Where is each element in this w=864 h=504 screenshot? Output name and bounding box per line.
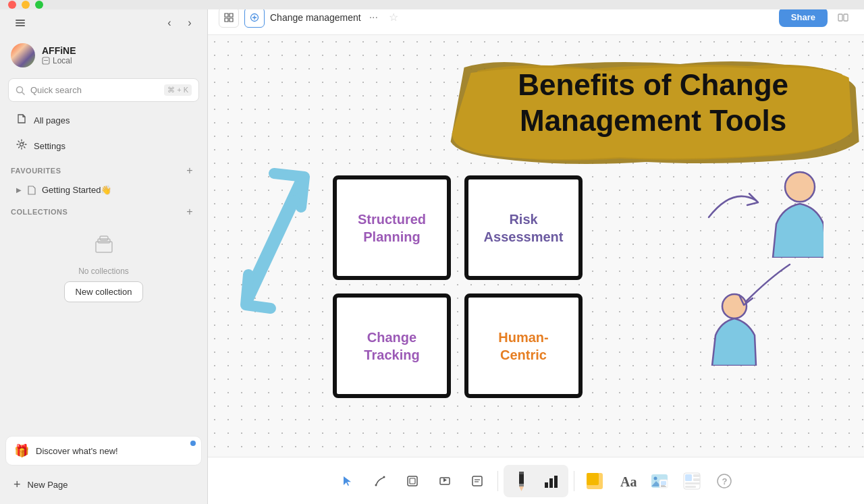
main-content: Change management ··· ☆ Share Benefits o… [208, 0, 864, 504]
gift-icon: 🎁 [14, 443, 29, 458]
pen-tool-button[interactable] [365, 466, 395, 496]
no-collections-text: No collections [78, 267, 129, 276]
help-icon: ? [717, 474, 732, 488]
maximize-button[interactable] [35, 1, 43, 9]
sidebar-bottom: 🎁 Discover what's new! + New Page [0, 430, 207, 504]
svg-rect-31 [545, 482, 548, 488]
left-arrow [736, 258, 796, 314]
nav-item-settings[interactable]: Settings [5, 134, 202, 158]
new-page-button[interactable]: + New Page [5, 471, 202, 499]
bottom-toolbar: Aa [208, 457, 864, 504]
share-button[interactable]: Share [779, 7, 828, 27]
select-tool-button[interactable] [333, 466, 362, 496]
more-options-button[interactable]: ··· [367, 9, 381, 26]
page-icon [27, 186, 36, 195]
card-change-tracking-text: Change Tracking [348, 329, 436, 364]
fav-chevron-icon: ▶ [16, 186, 22, 194]
svg-point-38 [654, 476, 657, 480]
avatar [11, 43, 35, 67]
title-banner: Benefits of Change Management Tools [444, 54, 863, 175]
svg-line-15 [247, 200, 294, 302]
page-view-button[interactable] [219, 7, 239, 28]
svg-rect-45 [693, 474, 700, 477]
card-change-tracking: Change Tracking [333, 293, 451, 398]
nav-item-all-pages[interactable]: All pages [5, 108, 202, 132]
stack-icon [92, 232, 116, 256]
svg-marker-28 [519, 486, 524, 491]
frame-tool-button[interactable] [398, 466, 427, 496]
discover-text: Discover what's new! [36, 446, 118, 456]
right-arrow [705, 184, 759, 227]
svg-rect-48 [685, 486, 696, 488]
svg-point-16 [785, 172, 815, 202]
left-arrow-svg [736, 258, 796, 312]
svg-point-18 [383, 476, 385, 478]
banner-title-line2: Management Tools [478, 103, 829, 139]
collections-empty-icon [92, 232, 116, 261]
embed-tool-button[interactable] [430, 466, 460, 496]
svg-rect-24 [473, 476, 482, 486]
add-collection-button[interactable]: + [183, 205, 196, 219]
search-bar[interactable]: Quick search ⌘ + K [8, 78, 199, 102]
select-icon [342, 475, 354, 487]
note-icon [471, 475, 483, 487]
help-button[interactable]: ? [709, 466, 739, 496]
bar-chart-icon [543, 473, 558, 489]
all-pages-label: All pages [34, 115, 70, 125]
new-page-label: New Page [28, 480, 68, 490]
collections-empty-state: No collections New collection [0, 221, 207, 313]
svg-marker-23 [443, 478, 447, 482]
image-icon [650, 472, 669, 491]
workspace-icon [42, 57, 50, 65]
discover-button[interactable]: 🎁 Discover what's new! [5, 436, 202, 466]
collections-section-header: Collections + [0, 200, 207, 221]
nav-back-button[interactable]: ‹ [160, 13, 179, 32]
text-tool-button[interactable]: Aa [612, 466, 642, 496]
shapes-tool-button[interactable] [580, 466, 610, 496]
user-info: AFFiNE Local [42, 45, 76, 65]
pencil-group [504, 465, 568, 497]
template-tool-button[interactable] [677, 466, 707, 496]
plus-icon: + [14, 478, 21, 492]
pen-icon [374, 475, 386, 487]
note-tool-button[interactable] [462, 466, 492, 496]
card-risk-assessment-text: Risk Assessment [479, 211, 568, 246]
user-profile[interactable]: AFFiNE Local [0, 38, 207, 76]
pencil-tool-button[interactable] [506, 466, 536, 496]
image-tool-button[interactable] [645, 466, 674, 496]
svg-rect-10 [100, 236, 108, 240]
new-collection-button[interactable]: New collection [64, 281, 144, 302]
canvas-area[interactable]: Benefits of Change Management Tools Stru… [208, 35, 864, 457]
favourites-label: Favourites [11, 167, 61, 175]
fav-item-getting-started[interactable]: ▶ Getting Started👋 [5, 181, 202, 199]
notification-dot [190, 441, 196, 446]
search-shortcut: ⌘ + K [164, 84, 192, 96]
panel-toggle-button[interactable] [833, 7, 853, 28]
svg-rect-21 [410, 478, 415, 484]
svg-rect-13 [844, 14, 848, 21]
svg-rect-20 [408, 476, 417, 486]
search-placeholder: Quick search [30, 85, 159, 95]
edgeless-view-button[interactable] [244, 7, 265, 28]
favourites-section-header: Favourites + [0, 159, 207, 180]
card-risk-assessment: Risk Assessment [464, 175, 583, 280]
bar-chart-button[interactable] [536, 466, 566, 496]
svg-rect-1 [16, 22, 25, 24]
sidebar-toggle-button[interactable] [11, 13, 30, 32]
add-favourite-button[interactable]: + [183, 164, 196, 177]
minimize-button[interactable] [22, 1, 30, 9]
page-title: Change management [270, 12, 361, 23]
sidebar: ‹ › AFFiNE Local Quick search ⌘ + K All … [0, 0, 208, 504]
window-chrome [0, 0, 864, 9]
svg-rect-12 [838, 14, 842, 21]
close-button[interactable] [8, 1, 16, 9]
favourite-star-button[interactable]: ☆ [386, 8, 401, 26]
svg-line-6 [22, 92, 25, 94]
nav-forward-button[interactable]: › [180, 13, 199, 32]
banner-title-line1: Benefits of Change [478, 67, 829, 103]
svg-text:?: ? [722, 476, 728, 486]
card-human-centric-text: Human-Centric [479, 329, 568, 364]
svg-text:Aa: Aa [620, 474, 637, 489]
banner-text-container: Benefits of Change Management Tools [444, 54, 863, 152]
shapes-icon [585, 472, 604, 491]
